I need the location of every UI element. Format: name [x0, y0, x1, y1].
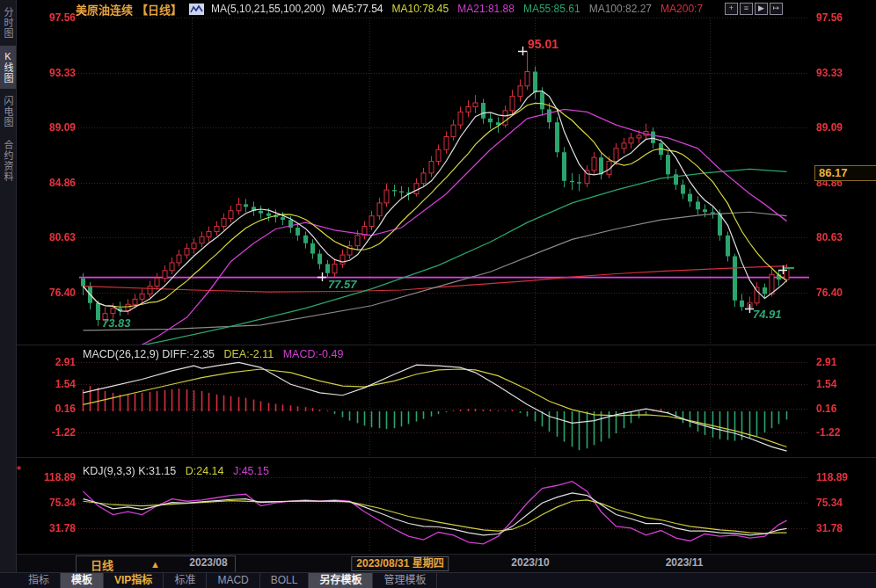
- chart-annotation: 74.91: [753, 308, 782, 321]
- y-axis-label: 0.16: [26, 403, 76, 415]
- toolbar-item-1[interactable]: 模板: [61, 573, 104, 588]
- macd-label-row: MACD(26,12,9) DIFF:-2.35 DEA:-2.11 MACD:…: [83, 348, 343, 360]
- period-label: 日线: [91, 556, 113, 573]
- ma-value-label: MA200:7: [661, 3, 703, 15]
- chart-canvas[interactable]: [0, 0, 876, 588]
- ma55-price-tag: 86.17: [814, 165, 876, 181]
- kdj-d-label: D:24.14: [186, 465, 224, 477]
- macd-macd-label: MACD:-0.49: [283, 348, 344, 360]
- axis-icon[interactable]: ≡: [740, 3, 753, 15]
- toolbar-item-4[interactable]: MACD: [207, 573, 259, 588]
- y-axis-label: 2.91: [26, 356, 76, 368]
- ma-value-label: MA100:82.27: [589, 3, 652, 15]
- toolbar-item-3[interactable]: 标准: [164, 573, 207, 588]
- chart-type-icon[interactable]: [189, 4, 204, 15]
- y-axis-label: 118.89: [816, 471, 865, 483]
- y-axis-label: 80.63: [26, 231, 76, 243]
- chart-annotation: 95.01: [528, 37, 558, 51]
- y-axis-label: 1.54: [816, 378, 865, 390]
- y-axis-label: 93.33: [26, 67, 76, 79]
- y-axis-label: 1.54: [26, 378, 76, 390]
- y-axis-label: 75.34: [816, 497, 865, 509]
- toolbar-item-0[interactable]: 指标: [18, 573, 61, 588]
- y-axis-label: 31.78: [26, 522, 76, 534]
- left-sidebar: 分时图K线图闪电图合约资料: [0, 0, 17, 572]
- ma-values: MA5:77.54MA10:78.45MA21:81.88MA55:85.61M…: [332, 3, 712, 15]
- kdj-params-label: KDJ(9,3,3) K:31.15: [83, 465, 176, 477]
- header-corner-icons: +≡▶↦: [725, 3, 783, 15]
- y-axis-label: 76.40: [816, 287, 865, 299]
- chart-annotation: 73.83: [102, 316, 131, 330]
- toolbar-item-5[interactable]: BOLL: [260, 573, 310, 588]
- symbol-title: 美原油连续: [76, 1, 133, 18]
- y-axis-label: 76.40: [26, 287, 76, 299]
- y-axis-label: 80.63: [816, 231, 865, 243]
- ma-value-label: MA21:81.88: [457, 3, 515, 15]
- y-axis-label: 75.34: [26, 497, 76, 509]
- kdj-j-label: J:45.15: [233, 465, 269, 477]
- x-axis-tick: 2023/08: [189, 556, 227, 569]
- chart-annotation: 77.57: [328, 278, 357, 291]
- y-axis-label: 93.33: [816, 67, 865, 79]
- ma-settings-label: MA(5,10,21,55,100,200): [211, 3, 325, 15]
- grid-icon[interactable]: +: [725, 3, 738, 15]
- crosshair-date-label: 2023/08/31 星期四: [351, 556, 449, 571]
- y-axis-label: 2.91: [816, 356, 865, 368]
- y-axis-label: -1.22: [816, 426, 865, 439]
- kdj-label-row: KDJ(9,3,3) K:31.15 D:24.14 J:45.15: [83, 465, 269, 477]
- period-arrow-icon: ▲: [150, 559, 160, 570]
- toolbar-item-6[interactable]: 另存模板: [309, 573, 373, 588]
- trading-app-window: 分时图K线图闪电图合约资料 美原油连续 【日线】 MA(5,10,21,55,1…: [0, 0, 876, 588]
- indicator-flag-icon[interactable]: *: [17, 463, 21, 476]
- time-axis-bar: 日线 ▲ 2023/082023/08/31 星期四2023/102023/11: [17, 554, 876, 573]
- sidebar-item-0[interactable]: 分时图: [0, 2, 16, 44]
- bottom-toolbar: 指标模板VIP指标标准MACDBOLL另存模板管理模板: [0, 572, 876, 588]
- ma-value-label: MA10:78.45: [392, 3, 449, 15]
- toolbar-item-2[interactable]: VIP指标: [104, 573, 164, 588]
- next-icon[interactable]: ▶: [755, 3, 768, 15]
- y-axis-label: 89.09: [26, 121, 76, 134]
- y-axis-label: 0.16: [816, 403, 865, 415]
- y-axis-label: 31.78: [816, 522, 865, 534]
- sidebar-item-2[interactable]: 闪电图: [0, 91, 16, 133]
- sidebar-item-3[interactable]: 合约资料: [0, 134, 16, 187]
- x-axis-tick: 2023/11: [666, 556, 704, 569]
- y-axis-label: 118.89: [26, 471, 76, 483]
- ma-value-label: MA5:77.54: [332, 3, 383, 15]
- sidebar-item-1[interactable]: K线图: [0, 46, 16, 89]
- x-axis-tick: 2023/10: [511, 556, 549, 569]
- macd-dea-label: DEA:-2.11: [223, 348, 274, 360]
- period-tag: 【日线】: [136, 1, 182, 18]
- jump-icon[interactable]: ↦: [770, 3, 783, 15]
- y-axis-label: 89.09: [816, 121, 865, 134]
- y-axis-label: 84.86: [26, 177, 76, 189]
- ma-value-label: MA55:85.61: [523, 3, 580, 15]
- toolbar-item-7[interactable]: 管理模板: [373, 573, 437, 588]
- macd-params-label: MACD(26,12,9) DIFF:-2.35: [83, 348, 215, 360]
- y-axis-label: -1.22: [26, 426, 76, 439]
